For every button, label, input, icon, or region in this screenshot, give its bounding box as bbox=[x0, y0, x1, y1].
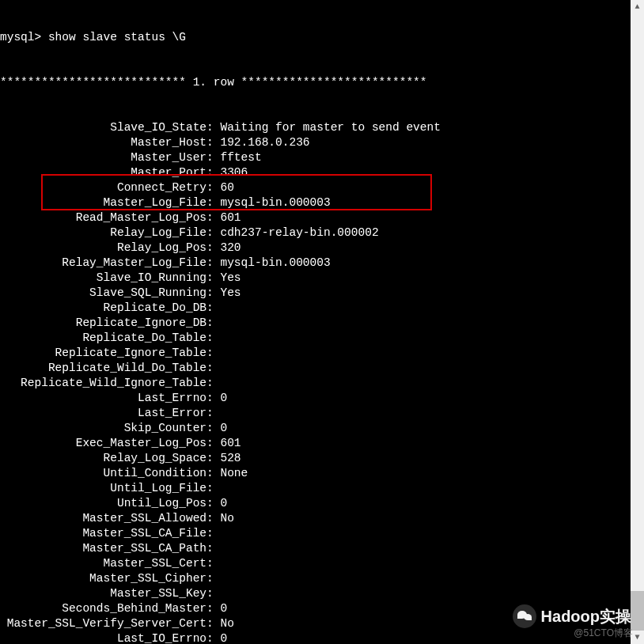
watermark-subtext: @51CTO博客 bbox=[574, 626, 633, 641]
status-row: Until_Condition: None bbox=[0, 466, 631, 481]
status-row: Replicate_Ignore_DB: bbox=[0, 316, 631, 331]
status-row: Slave_SQL_Running: Yes bbox=[0, 286, 631, 301]
status-row: Relay_Master_Log_File: mysql-bin.000003 bbox=[0, 256, 631, 271]
status-row: Until_Log_Pos: 0 bbox=[0, 496, 631, 511]
terminal-output: mysql> show slave status \G ************… bbox=[0, 0, 631, 644]
status-row: Master_Host: 192.168.0.236 bbox=[0, 135, 631, 150]
status-row: Last_Error: bbox=[0, 406, 631, 421]
status-row: Master_SSL_Allowed: No bbox=[0, 511, 631, 526]
status-row: Skip_Counter: 0 bbox=[0, 421, 631, 436]
status-row: Connect_Retry: 60 bbox=[0, 180, 631, 195]
status-row: Replicate_Do_Table: bbox=[0, 331, 631, 346]
command-text: show slave status \G bbox=[48, 31, 186, 44]
status-row: Last_Errno: 0 bbox=[0, 391, 631, 406]
status-row: Master_SSL_Cert: bbox=[0, 556, 631, 571]
status-row: Replicate_Ignore_Table: bbox=[0, 346, 631, 361]
status-row: Master_SSL_Cipher: bbox=[0, 571, 631, 586]
status-row: Slave_IO_State: Waiting for master to se… bbox=[0, 120, 631, 135]
status-row: Replicate_Wild_Ignore_Table: bbox=[0, 376, 631, 391]
scrollbar-thumb[interactable] bbox=[631, 591, 644, 631]
scrollbar-track[interactable]: ▲ ▼ bbox=[631, 0, 644, 644]
status-row: Slave_IO_Running: Yes bbox=[0, 271, 631, 286]
status-row: Read_Master_Log_Pos: 601 bbox=[0, 210, 631, 225]
scrollbar-up-button[interactable]: ▲ bbox=[631, 0, 644, 13]
status-row: Last_IO_Errno: 0 bbox=[0, 631, 631, 644]
status-row: Master_Port: 3306 bbox=[0, 165, 631, 180]
status-row: Until_Log_File: bbox=[0, 481, 631, 496]
status-row: Exec_Master_Log_Pos: 601 bbox=[0, 436, 631, 451]
status-row: Master_SSL_CA_File: bbox=[0, 526, 631, 541]
watermark: Hadoop实操 bbox=[513, 604, 631, 628]
status-row: Replicate_Do_DB: bbox=[0, 301, 631, 316]
status-row: Master_SSL_Key: bbox=[0, 586, 631, 601]
mysql-prompt: mysql> bbox=[0, 31, 48, 44]
status-fields: Slave_IO_State: Waiting for master to se… bbox=[0, 120, 631, 644]
wechat-icon bbox=[513, 604, 536, 628]
status-row: Replicate_Wild_Do_Table: bbox=[0, 361, 631, 376]
watermark-text: Hadoop实操 bbox=[541, 609, 631, 624]
status-row: Relay_Log_Space: 528 bbox=[0, 451, 631, 466]
prompt-line[interactable]: mysql> show slave status \G bbox=[0, 30, 631, 45]
status-row: Relay_Log_File: cdh237-relay-bin.000002 bbox=[0, 225, 631, 241]
row-header: *************************** 1. row *****… bbox=[0, 75, 631, 90]
status-row: Relay_Log_Pos: 320 bbox=[0, 241, 631, 256]
status-row: Master_SSL_CA_Path: bbox=[0, 541, 631, 556]
status-row: Master_User: fftest bbox=[0, 150, 631, 165]
status-row: Master_Log_File: mysql-bin.000003 bbox=[0, 195, 631, 210]
